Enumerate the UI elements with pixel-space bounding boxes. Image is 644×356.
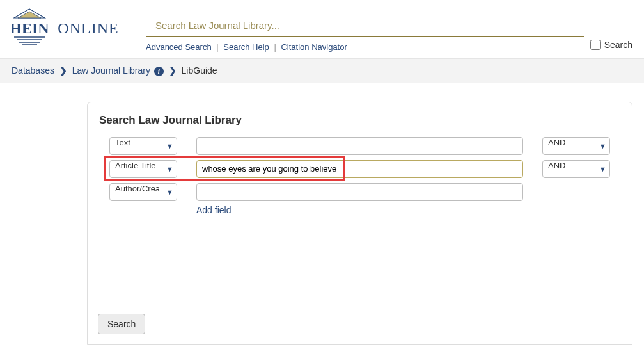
chevron-right-icon: ❯ — [59, 65, 67, 76]
boolean-operator-select[interactable]: AND — [542, 137, 610, 155]
breadcrumb: Databases ❯ Law Journal Library i ❯ LibG… — [0, 59, 644, 83]
search-all-checkbox[interactable] — [590, 40, 601, 50]
boolean-operator-select[interactable]: AND — [542, 160, 610, 178]
search-button[interactable]: Search — [98, 314, 145, 334]
form-title: Search Law Journal Library — [99, 114, 610, 127]
search-row: Text ▼ AND ▼ — [99, 137, 610, 155]
citation-navigator-link[interactable]: Citation Navigator — [281, 42, 347, 52]
info-icon[interactable]: i — [154, 67, 164, 76]
add-field-link[interactable]: Add field — [196, 205, 231, 215]
search-row: Author/Crea ▼ — [99, 183, 610, 201]
chevron-right-icon: ❯ — [169, 65, 177, 76]
search-all-label: Search — [604, 40, 632, 50]
search-row: Article Title ▼ AND ▼ — [99, 160, 610, 178]
svg-text:HEIN: HEIN — [12, 20, 49, 36]
field-type-select[interactable]: Article Title — [109, 160, 177, 178]
field-type-select[interactable]: Text — [109, 137, 177, 155]
global-search-input[interactable] — [146, 13, 584, 37]
search-links: Advanced Search | Search Help | Citation… — [146, 37, 584, 58]
search-value-input[interactable] — [196, 183, 523, 201]
breadcrumb-library[interactable]: Law Journal Library — [72, 65, 150, 76]
search-value-input[interactable] — [196, 137, 523, 155]
breadcrumb-current: LibGuide — [182, 65, 217, 76]
advanced-search-link[interactable]: Advanced Search — [146, 42, 212, 52]
heinonline-logo[interactable]: HEIN ONLINE — [12, 5, 133, 46]
search-value-input[interactable] — [196, 160, 523, 178]
breadcrumb-databases[interactable]: Databases — [12, 65, 54, 76]
svg-text:ONLINE: ONLINE — [58, 20, 118, 36]
field-type-select[interactable]: Author/Crea — [109, 183, 177, 201]
search-help-link[interactable]: Search Help — [223, 42, 269, 52]
advanced-search-form: Search Law Journal Library Text ▼ AND ▼ … — [87, 102, 632, 345]
